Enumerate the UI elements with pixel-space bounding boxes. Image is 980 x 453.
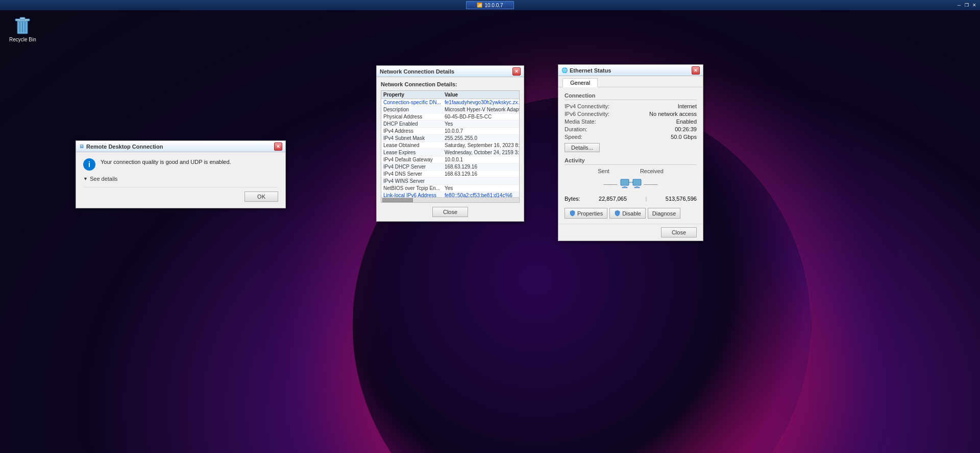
taskbar-window-title: 10.0.0.7 [484,3,503,8]
value-cell: Wednesday, October 24, 2159 3:28:52 A [443,149,520,156]
value-cell: Microsoft Hyper-V Network Adapter [443,106,520,113]
net-details-content: Network Connection Details: Property Val… [377,77,524,221]
eth-details-btn[interactable]: Details... [565,143,600,152]
recycle-bin-label: Recycle Bin [9,37,36,42]
shield-disable-icon [614,210,621,217]
eth-disable-btn[interactable]: Disable [609,208,646,219]
eth-title-icon: 🌐 [561,67,568,73]
taskbar-signal-icon: 📶 [477,3,482,8]
table-row: Connection-specific DN...fe1faaudyhevgo3… [381,99,520,106]
net-details-dialog: Network Connection Details ✕ Network Con… [376,65,524,222]
eth-connection-section: Connection [565,92,697,100]
rdc-content: i Your connection quality is good and UD… [76,152,285,208]
rdc-info-icon: i [83,158,95,171]
table-row: IPv4 DHCP Server168.63.129.16 [381,163,520,171]
eth-speed-row: Speed: 50.0 Gbps [565,134,697,140]
eth-tab-general[interactable]: General [562,78,598,87]
svg-rect-8 [622,187,627,188]
rdc-close-btn[interactable]: ✕ [274,142,282,151]
table-row: DescriptionMicrosoft Hyper-V Network Ada… [381,106,520,113]
col-value: Value [443,91,520,99]
property-cell: Physical Address [381,113,443,121]
property-cell: IPv4 Subnet Mask [381,135,443,142]
eth-status-dialog: 🌐 Ethernet Status ✕ General Connection I… [558,64,703,241]
net-details-titlebar: Network Connection Details ✕ [377,66,524,77]
property-cell: IPv4 WINS Server [381,178,443,185]
eth-bytes-sent: 22,857,065 [599,196,627,202]
taskbar-minimize-btn[interactable]: ─ [955,2,963,9]
eth-diagnose-label: Diagnose [652,210,676,217]
property-cell: IPv4 Default Gateway [381,156,443,163]
table-row: Lease ExpiresWednesday, October 24, 2159… [381,149,520,156]
eth-activity-section: Activity [565,157,697,165]
eth-network-icon [620,175,642,194]
table-row: NetBIOS over Tcpip En...Yes [381,185,520,192]
eth-ipv6-label: IPv6 Connectivity: [565,111,609,117]
eth-sent-arrow: ——— [604,182,618,187]
net-details-table-container: Property Value Connection-specific DN...… [381,90,520,203]
eth-diagnose-btn[interactable]: Diagnose [648,208,680,219]
taskbar-restore-btn[interactable]: ❐ [963,2,970,9]
value-cell: 168.63.129.16 [443,163,520,171]
eth-media-label: Media State: [565,118,596,125]
net-details-close-btn[interactable]: ✕ [512,67,521,76]
eth-media-row: Media State: Enabled [565,118,697,125]
eth-footer: Close [558,224,703,241]
recycle-bin[interactable]: Recycle Bin [9,15,36,42]
eth-activity-row: ——— ——— [565,175,697,194]
property-cell: Description [381,106,443,113]
eth-sent-label: Sent [598,168,609,174]
table-row: IPv4 Default Gateway10.0.0.1 [381,156,520,163]
eth-properties-btn[interactable]: Properties [565,208,607,219]
rdc-title: Remote Desktop Connection [86,144,272,150]
property-cell: IPv4 Address [381,128,443,135]
eth-received-label: Received [640,168,664,174]
property-cell: IPv4 DHCP Server [381,163,443,171]
svg-rect-9 [633,179,641,185]
taskbar: 📶 10.0.0.7 ─ ❐ ✕ [0,0,980,10]
property-cell: DHCP Enabled [381,121,443,128]
value-cell: fe1faaudyhevgo30h2ywkskyc.zx.internal [443,99,520,106]
eth-duration-value: 00:26:39 [675,126,697,132]
eth-ipv6-value: No network access [649,111,697,117]
recycle-bin-icon [13,15,32,36]
value-cell: Yes [443,185,520,192]
taskbar-close-btn[interactable]: ✕ [971,2,978,9]
value-cell [443,178,520,185]
rdc-ok-btn[interactable]: OK [244,192,278,202]
net-details-section-label: Network Connection Details: [381,81,520,87]
chevron-down-icon: ▼ [83,176,88,181]
net-details-close-btn-footer[interactable]: Close [432,207,468,217]
net-details-scrollbar[interactable] [381,197,519,202]
value-cell: 10.0.0.7 [443,128,520,135]
taskbar-window-button[interactable]: 📶 10.0.0.7 [466,1,513,9]
rdc-title-icon: 🖥 [79,144,84,149]
rdc-dialog: 🖥 Remote Desktop Connection ✕ i Your con… [76,140,286,208]
eth-status-close-btn[interactable]: ✕ [692,66,700,75]
eth-activity-labels: Sent Received [565,168,697,174]
rdc-see-details[interactable]: ▼ See details [83,176,278,182]
rdc-titlebar: 🖥 Remote Desktop Connection ✕ [76,141,285,152]
property-cell: Lease Expires [381,149,443,156]
eth-status-titlebar: 🌐 Ethernet Status ✕ [558,65,703,76]
svg-rect-10 [636,185,638,187]
eth-bytes-divider: | [646,196,647,202]
rdc-footer: OK [83,187,278,202]
eth-footer-close-btn[interactable]: Close [661,227,697,237]
value-cell: 168.63.129.16 [443,171,520,178]
property-cell: IPv4 DNS Server [381,171,443,178]
eth-bytes-label: Bytes: [565,196,580,202]
property-cell: Connection-specific DN... [381,99,443,106]
property-cell: Lease Obtained [381,142,443,149]
net-details-footer: Close [381,207,520,217]
scroll-thumb [382,198,413,202]
eth-ipv4-value: Internet [678,103,697,109]
table-row: Physical Address60-45-BD-FB-E5-CC [381,113,520,121]
eth-disable-label: Disable [622,210,641,217]
table-row: IPv4 Address10.0.0.7 [381,128,520,135]
svg-rect-7 [624,185,626,187]
table-row: IPv4 WINS Server [381,178,520,185]
table-row: DHCP EnabledYes [381,121,520,128]
value-cell: 60-45-BD-FB-E5-CC [443,113,520,121]
eth-speed-value: 50.0 Gbps [671,134,697,140]
